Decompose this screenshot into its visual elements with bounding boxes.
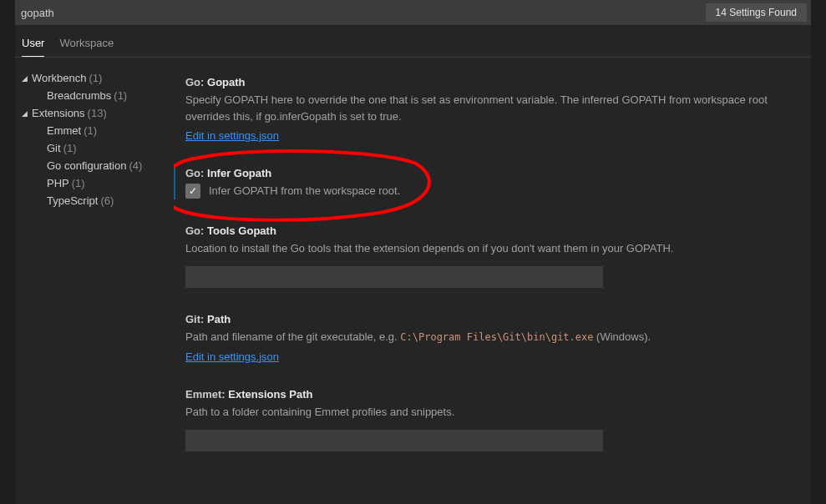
setting-name: Extensions Path [228, 388, 312, 401]
setting-name: Tools Gopath [207, 224, 276, 237]
tree-label: TypeScript [47, 194, 98, 207]
setting-name: Gopath [207, 76, 246, 88]
tools-gopath-input[interactable] [185, 266, 603, 288]
setting-prefix: Go: [185, 224, 204, 237]
tree-git[interactable]: Git (1) [22, 139, 174, 157]
setting-name: Path [207, 313, 231, 325]
setting-description: Path and filename of the git executable,… [185, 329, 803, 345]
check-icon: ✓ [189, 185, 197, 197]
search-input[interactable] [21, 7, 706, 19]
tree-count: (1) [72, 177, 85, 189]
setting-description: Location to install the Go tools that th… [185, 240, 803, 257]
edit-in-settings-json-link[interactable]: Edit in settings.json [185, 129, 279, 142]
edit-in-settings-json-link[interactable]: Edit in settings.json [185, 350, 279, 363]
results-count-badge: 14 Settings Found [706, 3, 807, 22]
setting-git-path: Git: Path Path and filename of the git e… [174, 313, 803, 363]
tree-label: Emmet [47, 124, 81, 137]
tree-label: Go configuration [47, 159, 126, 172]
setting-go-infer-gopath: Go: Infer Gopath ✓ Infer GOPATH from the… [174, 167, 803, 199]
tree-breadcrumbs[interactable]: Breadcrumbs (1) [22, 87, 174, 104]
tree-typescript[interactable]: TypeScript (6) [22, 192, 174, 209]
tree-count: (1) [89, 72, 103, 84]
checkbox-infer-gopath[interactable]: ✓ [185, 184, 200, 199]
tree-extensions[interactable]: ◢ Extensions (13) [22, 104, 174, 122]
tree-count: (4) [129, 159, 142, 172]
tree-emmet[interactable]: Emmet (1) [22, 122, 174, 139]
chevron-down-icon: ◢ [22, 74, 30, 83]
tab-workspace[interactable]: Workspace [59, 37, 114, 57]
tree-label: Breadcrumbs [47, 89, 111, 102]
tree-goconfig[interactable]: Go configuration (4) [22, 157, 174, 174]
setting-emmet-extensions-path: Emmet: Extensions Path Path to a folder … [174, 388, 803, 452]
setting-go-gopath: Go: Gopath Specify GOPATH here to overri… [174, 76, 803, 142]
tree-count: (1) [114, 89, 127, 102]
setting-go-tools-gopath: Go: Tools Gopath Location to install the… [174, 224, 803, 289]
chevron-down-icon: ◢ [22, 109, 30, 118]
tree-php[interactable]: PHP (1) [22, 174, 174, 192]
setting-description: Path to a folder containing Emmet profil… [185, 404, 803, 421]
settings-tree: ◢ Workbench (1) Breadcrumbs (1) ◢ Extens… [15, 58, 174, 503]
setting-prefix: Git: [185, 313, 204, 325]
tab-user[interactable]: User [22, 37, 44, 57]
tree-label: Git [47, 142, 61, 154]
setting-description: Infer GOPATH from the workspace root. [209, 183, 400, 199]
setting-name: Infer Gopath [207, 167, 271, 179]
setting-prefix: Emmet: [185, 388, 226, 401]
scope-tabs: User Workspace [15, 25, 811, 58]
tree-label: PHP [47, 177, 69, 189]
tree-count: (6) [100, 194, 114, 207]
tree-label: Workbench [32, 72, 87, 84]
tree-count: (1) [84, 124, 97, 137]
tree-workbench[interactable]: ◢ Workbench (1) [22, 69, 174, 87]
emmet-extensions-path-input[interactable] [185, 430, 603, 451]
tree-count: (13) [88, 107, 107, 119]
settings-list: Go: Gopath Specify GOPATH here to overri… [174, 58, 811, 503]
tree-count: (1) [63, 142, 77, 154]
tree-label: Extensions [32, 107, 85, 119]
setting-prefix: Go: [185, 167, 204, 179]
setting-prefix: Go: [185, 76, 204, 88]
setting-description: Specify GOPATH here to override the one … [185, 92, 803, 124]
search-bar: 14 Settings Found [15, 0, 811, 25]
